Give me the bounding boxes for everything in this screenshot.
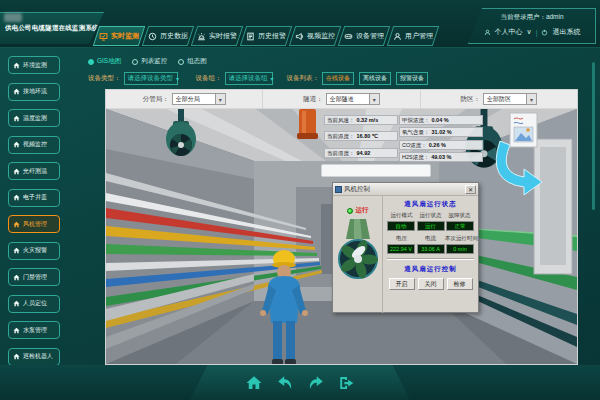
picture-sign — [510, 113, 537, 147]
tab-history-alarm[interactable]: 历史报警 — [240, 26, 292, 46]
house-icon — [13, 115, 20, 122]
sidebar-item-env-monitor[interactable]: 环境监测 — [8, 56, 60, 74]
dialog-title: 风机控制 — [344, 185, 465, 194]
sidebar-item-temp-monitor[interactable]: 温度监测 — [8, 109, 60, 127]
oxygen-readout: 氧气含量：31.02 % — [399, 127, 483, 137]
tab-history-data[interactable]: 历史数据 — [142, 26, 194, 46]
tab-realtime-monitor[interactable]: 实时监测 — [93, 26, 145, 46]
caret-down-icon: ▾ — [176, 75, 179, 82]
fan-control-header: 通风扇运行控制 — [387, 265, 474, 274]
bottom-toolbar — [0, 365, 600, 400]
exit-button[interactable] — [338, 374, 356, 392]
user-manage-icon — [393, 32, 402, 41]
house-icon — [13, 141, 20, 148]
separator: | — [536, 29, 538, 36]
history-data-icon — [148, 32, 157, 41]
forward-icon — [307, 374, 325, 392]
zone-select[interactable]: 全部防区▾ — [483, 93, 537, 105]
sidebar-item-ground-current[interactable]: 接地环流 — [8, 83, 60, 101]
radio-scada-view[interactable]: 组态图 — [178, 57, 207, 66]
forward-button[interactable] — [307, 374, 325, 392]
tab-user-manage[interactable]: 用户管理 — [387, 26, 439, 46]
view-mode-radios: GIS地图 列表监控 组态图 — [88, 57, 207, 66]
branch-select[interactable]: 全部分局▾ — [172, 93, 226, 105]
profile-menu[interactable]: 个人中心 — [495, 27, 523, 37]
page-title: 供电公司电缆隧道在线监测系统 — [0, 24, 99, 33]
runtime-value: 0 min — [446, 244, 474, 254]
device-list-label: 设备列表： — [287, 74, 320, 83]
tunnel-select[interactable]: 全部隧道▾ — [326, 93, 380, 105]
device-filter-row: 设备类型： 请选择设备类型▾ 设备组： 请选择设备组▾ 设备列表： 在线设备 离… — [88, 72, 433, 85]
voltage-value: 222.94 V — [387, 244, 415, 254]
running-led-icon — [347, 208, 353, 214]
person-icon — [484, 29, 491, 36]
house-icon — [13, 221, 20, 228]
radio-list-monitor[interactable]: 列表监控 — [132, 57, 167, 66]
scroll-strip[interactable] — [592, 62, 595, 210]
exit-icon — [338, 374, 356, 392]
sidebar-item-fiber-temp[interactable]: 光纤测温 — [8, 162, 60, 180]
chevron-down-icon: ∨ — [527, 28, 532, 36]
tunnel-door — [534, 139, 572, 274]
sidebar-item-fan-manage[interactable]: 风机管理 — [8, 215, 60, 233]
caret-down-icon: ▾ — [215, 94, 225, 104]
top-header: 供电公司电缆隧道在线监测系统 实时监测 历史数据 实时报警 历史报警 视频监控 … — [0, 0, 600, 48]
fault-state-value: 正常 — [446, 221, 474, 231]
house-icon — [13, 194, 20, 201]
back-icon — [276, 374, 294, 392]
user-area: 当前登录用户：admin 个人中心 ∨ | 退出系统 — [468, 8, 596, 44]
history-alarm-icon — [246, 32, 255, 41]
sidebar-item-fire-alarm[interactable]: 火灾报警 — [8, 242, 60, 260]
sidebar-item-inspection-robot[interactable]: 巡检机器人 — [8, 348, 60, 366]
logout-button[interactable]: 退出系统 — [552, 27, 580, 37]
dialog-icon — [335, 186, 342, 193]
run-mode-value: 自动 — [387, 221, 415, 231]
fan-graphic — [336, 215, 380, 281]
tab-device-manage[interactable]: 设备管理 — [338, 26, 390, 46]
fault-state-label: 故障状态 — [445, 212, 474, 219]
main-panel: 分管局： 全部分局▾ 隧道： 全部隧道▾ 防区： 全部防区▾ — [105, 89, 578, 365]
fan-status-header: 通风扇运行状态 — [387, 200, 474, 209]
caret-down-icon: ▾ — [526, 94, 536, 104]
house-icon — [13, 168, 20, 175]
tab-realtime-alarm[interactable]: 实时报警 — [191, 26, 243, 46]
zone-filter-group: 防区： 全部防区▾ — [420, 90, 577, 108]
wind-speed-readout: 当前风速：0.32 m/s — [324, 115, 398, 125]
device-type-select[interactable]: 请选择设备类型▾ — [124, 72, 178, 85]
device-group-select[interactable]: 请选择设备组▾ — [225, 72, 273, 85]
orange-pipe — [297, 109, 318, 139]
sidebar-item-manhole-cover[interactable]: 电子井盖 — [8, 189, 60, 207]
divider — [387, 258, 474, 260]
current-label: 电流 — [416, 235, 445, 242]
tunnel-filter-group: 隧道： 全部隧道▾ — [262, 90, 419, 108]
fan-maintain-button[interactable]: 检修 — [447, 278, 473, 290]
dialog-titlebar[interactable]: 风机控制 ✕ — [333, 183, 478, 196]
home-button[interactable] — [245, 374, 263, 392]
close-icon[interactable]: ✕ — [465, 185, 476, 194]
alarm-devices-button[interactable]: 报警设备 — [396, 72, 428, 85]
fan-control-dialog: 风机控制 ✕ 运行 — [332, 182, 479, 313]
sidebar-item-pump-manage[interactable]: 水泵管理 — [8, 321, 60, 339]
back-button[interactable] — [276, 374, 294, 392]
location-filter-bar: 分管局： 全部分局▾ 隧道： 全部隧道▾ 防区： 全部防区▾ — [106, 90, 577, 109]
online-devices-button[interactable]: 在线设备 — [322, 72, 354, 85]
radio-gis-map[interactable]: GIS地图 — [88, 57, 121, 66]
sidebar-item-video-monitor[interactable]: 视频监控 — [8, 136, 60, 154]
fan-stop-button[interactable]: 关闭 — [418, 278, 444, 290]
house-icon — [13, 353, 20, 360]
tunnel-3d-viewport[interactable]: 当前风速：0.32 m/s 当前温度：16.80 ℃ 当前湿度：94.92 甲烷… — [106, 109, 577, 364]
methane-readout: 甲烷浓度：0.04 % — [399, 115, 483, 125]
tab-video-monitor[interactable]: 视频监控 — [289, 26, 341, 46]
fan-start-button[interactable]: 开启 — [389, 278, 415, 290]
voltage-label: 电压 — [387, 235, 416, 242]
fan-status-graphic: 运行 — [333, 196, 383, 313]
house-icon — [13, 247, 20, 254]
device-group-label: 设备组： — [196, 74, 222, 83]
running-led-label: 运行 — [356, 206, 369, 215]
humidity-readout: 当前湿度：94.92 — [324, 148, 398, 158]
sidebar-item-personnel-location[interactable]: 人员定位 — [8, 295, 60, 313]
realtime-alarm-icon — [197, 32, 206, 41]
sidebar-item-access-control[interactable]: 门禁管理 — [8, 268, 60, 286]
offline-devices-button[interactable]: 离线设备 — [359, 72, 391, 85]
caret-down-icon: ▾ — [369, 94, 379, 104]
